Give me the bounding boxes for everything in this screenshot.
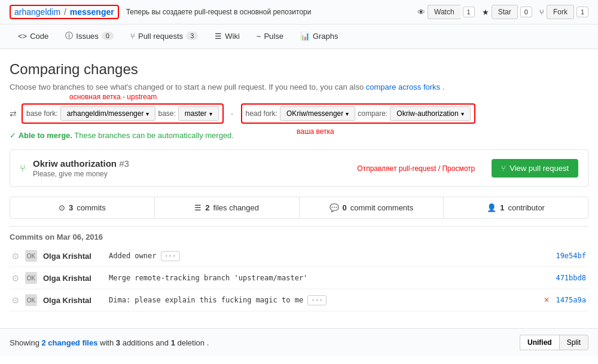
stats-bar: ⊙ 3 commits ☰ 2 files changed 💬 0 commit… [10, 197, 588, 219]
commit-more-button[interactable]: ··· [307, 295, 327, 305]
repo-title-highlight: arhangeldim / messenger [10, 5, 119, 19]
star-icon: ★ [482, 8, 489, 17]
commit-x-mark: ✕ [544, 296, 550, 304]
view-pull-request-button[interactable]: ⑂ View pull request [492, 159, 578, 178]
head-fork-label: head fork: [246, 109, 277, 118]
repo-name-link[interactable]: messenger [70, 7, 114, 17]
upstream-annotation: основная ветка - upstream [69, 93, 157, 101]
avatar: OK [25, 272, 37, 284]
commit-dot-icon: ⊙ [12, 251, 19, 261]
pr-action-text: Отправляет pull-request / Просмотр [357, 164, 475, 173]
base-branch-value: master [185, 109, 207, 118]
footer-text: Showing 2 changed files with 3 additions… [10, 338, 520, 347]
view-pr-label: View pull request [509, 164, 569, 173]
deletions-count: 1 [171, 338, 175, 347]
diff-view-buttons: Unified Split [520, 335, 588, 350]
base-fork-label: base fork: [26, 109, 58, 118]
merge-message: These branches can be automatically merg… [74, 131, 234, 140]
avatar: OK [25, 250, 37, 262]
commit-hash-link[interactable]: 471bbd8 [556, 274, 586, 282]
tab-code[interactable]: <> Code [10, 25, 57, 48]
compare-label: compare: [358, 109, 388, 118]
wiki-icon: ☰ [215, 32, 222, 41]
unified-view-button[interactable]: Unified [520, 335, 559, 350]
comments-stat: 💬 0 commit comments [300, 197, 444, 218]
table-row: ⊙ OK Olga Krishtal Dima: please explain … [10, 289, 588, 311]
pulse-icon: ~ [257, 32, 261, 41]
pullrequest-icon: ⑂ [130, 32, 135, 41]
period: . [207, 338, 209, 347]
base-fork-value: arhangeldim/messenger [67, 109, 144, 118]
head-fork-dropdown[interactable]: OKriw/messenger ▾ [280, 106, 355, 121]
compare-branch-dropdown[interactable]: Okriw-authorization ▾ [390, 106, 470, 121]
contributors-icon: 👤 [487, 203, 496, 212]
with-text: with [100, 338, 116, 347]
pr-btn-icon: ⑂ [501, 164, 506, 173]
commits-icon: ⊙ [59, 203, 65, 212]
star-count: 0 [520, 7, 532, 17]
watch-count: 1 [463, 7, 475, 17]
tab-pullrequests[interactable]: ⑂ Pull requests 3 [122, 25, 206, 48]
contributors-count: 1 [500, 203, 504, 212]
base-label: base: [158, 109, 175, 118]
page-content: Comparing changes Choose two branches to… [0, 49, 598, 323]
graphs-icon: 📊 [300, 32, 310, 41]
changed-files-link[interactable]: 2 changed files [42, 338, 100, 347]
commit-hash-link[interactable]: 19e54bf [556, 252, 586, 260]
page-desc-end: . [443, 82, 445, 91]
split-view-button[interactable]: Split [559, 335, 588, 350]
repo-actions: 👁 Watch 1 ★ Star 0 ⑂ Fork 1 [417, 5, 588, 19]
table-row: ⊙ OK Olga Krishtal Added owner ··· 19e54… [10, 245, 588, 267]
tab-graphs-label: Graphs [313, 32, 338, 41]
tab-pulse[interactable]: ~ Pulse [248, 25, 292, 48]
files-icon: ☰ [194, 203, 202, 212]
head-fork-value: OKriw/messenger [286, 109, 343, 118]
tab-code-label: Code [30, 32, 48, 41]
tab-issues-label: Issues [76, 32, 99, 41]
additions-label: additions [123, 338, 154, 347]
tab-pulse-label: Pulse [264, 32, 283, 41]
commit-message-text: Added owner [109, 252, 156, 260]
caret-down-icon4: ▾ [461, 111, 464, 117]
pr-title-text: Okriw authorization [33, 158, 117, 169]
merge-status-label: Able to merge. [19, 131, 72, 140]
files-changed-label: files changed [213, 203, 259, 212]
repo-owner-link[interactable]: arhangeldim [14, 7, 60, 17]
caret-down-icon3: ▾ [346, 111, 349, 117]
pr-info: Okriw authorization #3 Please, give me m… [33, 158, 350, 178]
commit-author: Olga Krishtal [43, 296, 103, 305]
commit-message: Merge remote-tracking branch 'upstream/m… [109, 274, 550, 282]
commit-message: Added owner ··· [109, 251, 550, 261]
nav-tabs: <> Code ⓘ Issues 0 ⑂ Pull requests 3 ☰ W… [0, 25, 598, 49]
tab-graphs[interactable]: 📊 Graphs [292, 25, 347, 48]
top-bar: arhangeldim / messenger Теперь вы создае… [0, 0, 598, 25]
page-description: Choose two branches to see what's change… [10, 82, 588, 91]
comments-icon: 💬 [329, 203, 339, 212]
base-branch-dropdown[interactable]: master ▾ [178, 106, 219, 121]
star-button[interactable]: Star [492, 5, 518, 19]
commit-more-button[interactable]: ··· [161, 251, 180, 261]
fork-button[interactable]: Fork [547, 5, 574, 19]
watch-button[interactable]: Watch [428, 5, 460, 19]
tab-issues[interactable]: ⓘ Issues 0 [57, 25, 122, 48]
and-text: and [155, 338, 170, 347]
showing-text: Showing [10, 338, 39, 347]
comments-label: commit comments [350, 203, 413, 212]
issue-icon: ⓘ [65, 30, 73, 41]
compare-forks-link[interactable]: compare across forks [366, 82, 440, 91]
pr-box: ⑂ Okriw authorization #3 Please, give me… [10, 149, 588, 187]
comments-count: 0 [343, 203, 347, 212]
fork-count: 1 [576, 7, 588, 17]
your-fork-annotation: ваша ветка [297, 127, 334, 136]
commit-author: Olga Krishtal [43, 252, 103, 261]
compare-branch-value: Okriw-authorization [396, 109, 458, 118]
eye-icon: 👁 [417, 8, 425, 17]
tab-wiki[interactable]: ☰ Wiki [206, 25, 248, 48]
commit-hash-link[interactable]: 1475a9a [556, 296, 586, 304]
page-desc-text: Choose two branches to see what's change… [10, 82, 364, 91]
pr-title: Okriw authorization #3 [33, 158, 350, 169]
base-fork-dropdown[interactable]: arhangeldim/messenger ▾ [60, 106, 156, 121]
additions-count: 3 [116, 338, 120, 347]
head-fork-group: head fork: OKriw/messenger ▾ compare: Ok… [241, 103, 475, 124]
tab-pr-label: Pull requests [138, 32, 183, 41]
